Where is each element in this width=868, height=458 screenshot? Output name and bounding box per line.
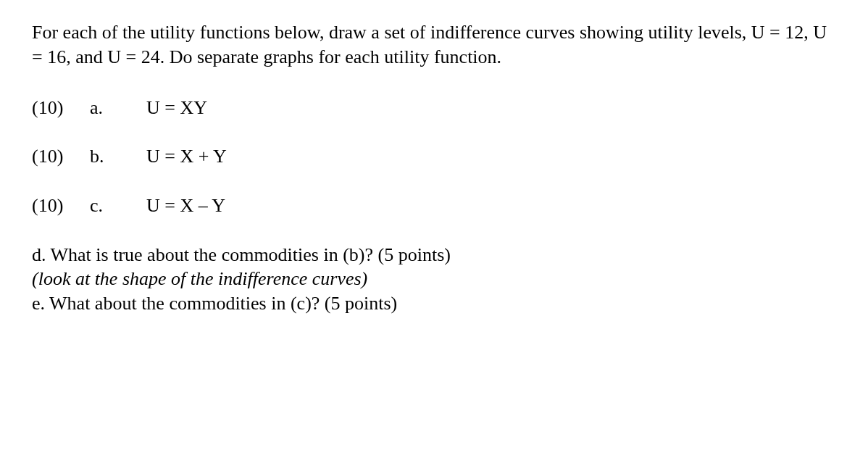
question-e: e. What about the commodities in (c)? (5… <box>32 291 836 315</box>
item-letter: b. <box>90 144 146 169</box>
points-label: (10) <box>32 193 90 218</box>
points-label: (10) <box>32 96 90 120</box>
item-letter: c. <box>90 193 146 218</box>
question-item-a: (10) a. U = XY <box>32 96 836 120</box>
question-item-b: (10) b. U = X + Y <box>32 144 836 169</box>
utility-formula: U = XY <box>146 96 836 120</box>
question-d-hint: (look at the shape of the indifference c… <box>32 267 836 291</box>
question-d: d. What is true about the commodities in… <box>32 243 836 267</box>
utility-formula: U = X – Y <box>146 193 836 218</box>
question-intro: For each of the utility functions below,… <box>32 20 836 70</box>
points-label: (10) <box>32 144 90 169</box>
followup-questions: d. What is true about the commodities in… <box>32 243 836 315</box>
item-letter: a. <box>90 96 146 120</box>
question-item-c: (10) c. U = X – Y <box>32 193 836 218</box>
utility-formula: U = X + Y <box>146 144 836 169</box>
